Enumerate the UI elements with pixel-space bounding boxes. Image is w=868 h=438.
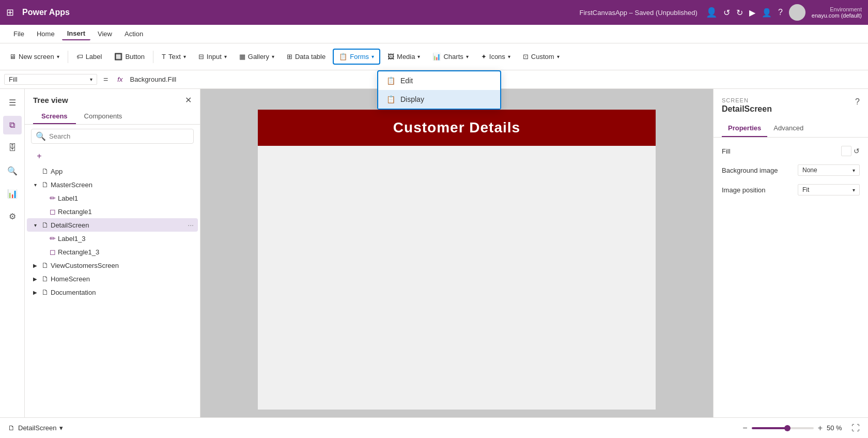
new-screen-caret: ▾ — [57, 54, 59, 59]
brand-name: Power Apps — [22, 8, 70, 17]
tree-item-app[interactable]: 🗋 App — [27, 164, 198, 178]
tree-item-viewcustomers[interactable]: ▶ 🗋 ViewCustomersScreen — [27, 259, 198, 272]
person-icon[interactable]: 👤 — [762, 8, 772, 18]
fill-refresh-icon[interactable]: ↺ — [854, 147, 860, 155]
tab-components[interactable]: Components — [76, 109, 131, 124]
menu-action[interactable]: Action — [119, 28, 148, 40]
help-icon[interactable]: ? — [778, 8, 783, 17]
app-title: FirstCanvasApp – Saved (Unpublished) — [580, 9, 698, 17]
add-screen-button[interactable]: + — [33, 150, 45, 162]
undo-icon[interactable]: ↺ — [723, 8, 730, 18]
image-position-select[interactable]: Fit ▾ — [798, 184, 860, 195]
text-button[interactable]: T Text ▾ — [157, 50, 191, 64]
bottom-bar: 🗋 DetailScreen ▾ − + 50 % ⛶ — [0, 417, 868, 438]
avatar[interactable] — [789, 4, 805, 21]
app-expand — [31, 167, 39, 175]
redo-icon[interactable]: ↻ — [736, 8, 743, 18]
app-icon: 🗋 — [41, 167, 49, 175]
forms-button[interactable]: 📋 Forms ▾ — [333, 49, 380, 65]
label1-3-label: Label1_3 — [58, 235, 194, 243]
tree-item-homescreen[interactable]: ▶ 🗋 HomeScreen — [27, 272, 198, 285]
tree-search-box[interactable]: 🔍 — [31, 129, 194, 144]
tree-title: Tree view — [33, 96, 68, 104]
new-screen-button[interactable]: 🖥 New screen ▾ — [4, 50, 65, 64]
menu-insert[interactable]: Insert — [62, 27, 90, 40]
sidebar-search-icon[interactable]: 🔍 — [3, 161, 22, 180]
props-help-icon[interactable]: ? — [847, 89, 868, 115]
homescreen-icon: 🗋 — [41, 275, 49, 283]
bg-image-caret: ▾ — [853, 168, 855, 173]
menu-home[interactable]: Home — [32, 28, 60, 40]
bottom-screen-selector[interactable]: 🗋 DetailScreen ▾ — [8, 424, 63, 432]
formula-input[interactable]: Background.Fill — [130, 75, 176, 83]
sidebar-layers-icon[interactable]: ⧉ — [3, 116, 22, 134]
documentation-label: Documentation — [51, 289, 194, 296]
fill-color-swatch[interactable] — [841, 146, 851, 156]
label-icon: 🏷 — [76, 53, 83, 61]
fill-label: Fill — [722, 147, 731, 155]
forms-edit-option[interactable]: 📋 Edit — [378, 71, 500, 90]
detailscreen-expand: ▾ — [31, 221, 39, 229]
tree-item-documentation[interactable]: ▶ 🗋 Documentation — [27, 285, 198, 299]
tree-item-label1-3[interactable]: ✏ Label1_3 — [27, 232, 198, 245]
top-bar-actions: 👤 ↺ ↻ ▶ 👤 ? Environment enayu.com (defau… — [706, 4, 862, 21]
props-panel: SCREEN DetailScreen ? Properties Advance… — [713, 89, 868, 417]
detailscreen-icon: 🗋 — [41, 221, 49, 229]
tree-item-detailscreen[interactable]: ▾ 🗋 DetailScreen ··· — [27, 218, 198, 232]
datatable-button[interactable]: ⊞ Data table — [282, 50, 331, 64]
canvas-header: Customer Details — [258, 110, 656, 146]
media-button[interactable]: 🖼 Media ▾ — [382, 50, 425, 64]
tab-screens[interactable]: Screens — [33, 109, 76, 124]
grid-icon[interactable]: ⊞ — [6, 7, 14, 18]
zoom-plus-button[interactable]: + — [818, 424, 823, 433]
detailscreen-more[interactable]: ··· — [188, 221, 194, 229]
label1-expand — [39, 194, 48, 202]
charts-button[interactable]: 📊 Charts ▾ — [427, 50, 473, 64]
zoom-slider-track — [752, 427, 789, 429]
button-button[interactable]: 🔲 Button — [109, 50, 150, 64]
share-icon[interactable]: 👤 — [706, 7, 717, 18]
formula-fx-label[interactable]: fx — [114, 75, 126, 83]
homescreen-expand: ▶ — [31, 275, 39, 283]
rectangle1-3-icon: ◻ — [50, 248, 56, 256]
label-button[interactable]: 🏷 Label — [71, 50, 107, 64]
menu-view[interactable]: View — [92, 28, 117, 40]
zoom-minus-button[interactable]: − — [742, 424, 747, 433]
tree-item-rectangle1[interactable]: ◻ Rectangle1 — [27, 205, 198, 218]
fullscreen-button[interactable]: ⛶ — [851, 424, 860, 433]
tree-item-label1[interactable]: ✏ Label1 — [27, 191, 198, 205]
search-input[interactable] — [49, 132, 189, 140]
icons-icon: ✦ — [481, 53, 487, 61]
sidebar-data-icon[interactable]: 🗄 — [3, 139, 22, 157]
viewcustomers-label: ViewCustomersScreen — [51, 262, 194, 269]
tree-close-button[interactable]: ✕ — [185, 95, 192, 105]
input-button[interactable]: ⊟ Input ▾ — [193, 50, 232, 64]
background-image-select[interactable]: None ▾ — [798, 164, 860, 176]
screen-type-label: SCREEN — [714, 89, 847, 104]
tree-item-masterscreen[interactable]: ▾ 🗋 MasterScreen — [27, 178, 198, 191]
charts-icon: 📊 — [432, 53, 441, 61]
zoom-controls: − + 50 % ⛶ — [742, 424, 860, 433]
sidebar-analytics-icon[interactable]: 📊 — [3, 184, 22, 203]
tab-advanced[interactable]: Advanced — [767, 120, 810, 137]
sidebar-icons: ☰ ⧉ 🗄 🔍 📊 ⚙ — [0, 89, 25, 417]
formula-equals: = — [101, 75, 110, 84]
play-icon[interactable]: ▶ — [749, 8, 755, 18]
toolbar: 🖥 New screen ▾ 🏷 Label 🔲 Button T Text ▾… — [0, 43, 868, 70]
menu-file[interactable]: File — [8, 28, 29, 40]
tree-add-row: + — [25, 148, 200, 164]
sidebar-settings-icon[interactable]: ⚙ — [3, 207, 22, 225]
gallery-button[interactable]: ▦ Gallery ▾ — [234, 50, 280, 64]
sidebar-menu-icon[interactable]: ☰ — [3, 93, 22, 112]
zoom-slider[interactable] — [752, 427, 814, 429]
forms-display-option[interactable]: 📋 Display — [378, 90, 500, 109]
icons-button[interactable]: ✦ Icons ▾ — [476, 50, 516, 64]
background-image-row: Background image None ▾ — [722, 164, 860, 176]
custom-button[interactable]: ⊡ Custom ▾ — [518, 50, 565, 64]
canvas-area[interactable]: Customer Details — [200, 89, 713, 417]
documentation-icon: 🗋 — [41, 288, 49, 296]
screen-caret: ▾ — [59, 424, 63, 432]
formula-scope-selector[interactable]: Fill ▾ — [4, 74, 97, 85]
tree-item-rectangle1-3[interactable]: ◻ Rectangle1_3 — [27, 245, 198, 259]
tab-properties[interactable]: Properties — [722, 120, 767, 137]
